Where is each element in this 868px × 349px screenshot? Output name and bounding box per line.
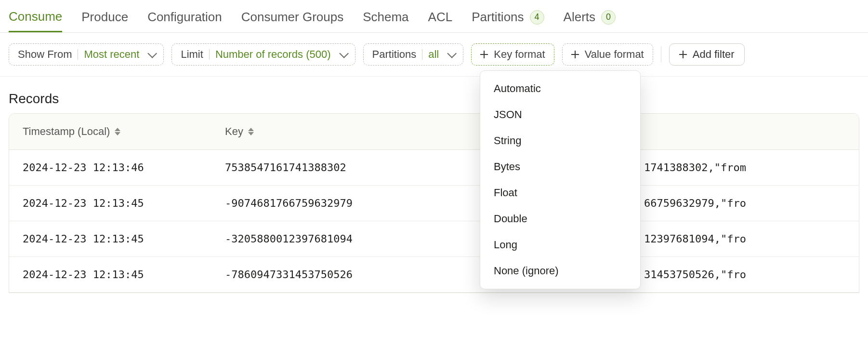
button-label: Add filter xyxy=(693,48,735,61)
col-timestamp[interactable]: Timestamp (Local) xyxy=(9,114,211,149)
table-header: Timestamp (Local) Key xyxy=(9,114,859,150)
filter-bar: Show From Most recent Limit Number of re… xyxy=(0,33,868,77)
filter-key-format[interactable]: Key format xyxy=(471,43,554,66)
menu-item-automatic[interactable]: Automatic xyxy=(480,76,640,102)
tab-partitions[interactable]: Partitions 4 xyxy=(472,0,544,32)
col-label: Timestamp (Local) xyxy=(23,125,110,138)
col-label: Key xyxy=(225,125,243,138)
tab-badge: 0 xyxy=(601,10,616,25)
chip-value: Number of records (500) xyxy=(215,48,331,61)
menu-item-none[interactable]: None (ignore) xyxy=(480,258,640,284)
chevron-down-icon xyxy=(339,49,349,58)
table-row[interactable]: 2024-12-23 12:13:45 -3205880012397681094… xyxy=(9,221,859,257)
tab-consume[interactable]: Consume xyxy=(9,0,62,32)
menu-item-json[interactable]: JSON xyxy=(480,102,640,128)
tab-label: Consume xyxy=(9,0,62,31)
chip-sep xyxy=(78,49,78,60)
tab-label: Consumer Groups xyxy=(241,0,343,32)
chip-label: Value format xyxy=(585,48,644,61)
table-row[interactable]: 2024-12-23 12:13:45 -7860947331453750526… xyxy=(9,257,859,293)
cell-timestamp: 2024-12-23 12:13:45 xyxy=(9,257,211,292)
tab-consumer-groups[interactable]: Consumer Groups xyxy=(241,0,343,32)
sort-icon xyxy=(115,128,120,135)
table-row[interactable]: 2024-12-23 12:13:46 7538547161741388302 … xyxy=(9,150,859,186)
chevron-down-icon xyxy=(447,49,457,58)
tab-label: Configuration xyxy=(147,0,222,32)
plus-icon xyxy=(571,51,579,58)
tab-badge: 4 xyxy=(530,10,544,25)
tab-configuration[interactable]: Configuration xyxy=(147,0,222,32)
menu-item-float[interactable]: Float xyxy=(480,180,640,206)
chip-sep xyxy=(209,49,210,60)
tab-label: Alerts xyxy=(564,10,595,25)
plus-icon xyxy=(679,51,687,58)
tab-label: Produce xyxy=(81,0,128,32)
plus-icon xyxy=(480,51,488,58)
cell-value: 66759632979,"fro xyxy=(631,186,859,221)
menu-item-bytes[interactable]: Bytes xyxy=(480,154,640,180)
chip-label: Show From xyxy=(18,48,72,61)
chip-value: Most recent xyxy=(84,48,139,61)
sort-icon xyxy=(248,128,254,135)
filter-show-from[interactable]: Show From Most recent xyxy=(9,43,164,66)
chip-label: Partitions xyxy=(372,48,417,61)
tab-alerts[interactable]: Alerts 0 xyxy=(564,0,616,32)
records-table: Timestamp (Local) Key 2024-12-23 12:13:4… xyxy=(9,113,859,293)
tab-acl[interactable]: ACL xyxy=(428,0,453,32)
filter-limit[interactable]: Limit Number of records (500) xyxy=(171,43,355,66)
filter-partitions[interactable]: Partitions all xyxy=(363,43,464,66)
add-filter-button[interactable]: Add filter xyxy=(669,43,745,66)
table-body: 2024-12-23 12:13:46 7538547161741388302 … xyxy=(9,150,859,293)
divider xyxy=(661,46,661,63)
menu-item-double[interactable]: Double xyxy=(480,206,640,232)
cell-timestamp: 2024-12-23 12:13:45 xyxy=(9,221,211,256)
section-title-records: Records xyxy=(0,77,868,113)
tab-label: ACL xyxy=(428,0,453,32)
cell-timestamp: 2024-12-23 12:13:45 xyxy=(9,186,211,221)
chip-sep xyxy=(422,49,422,60)
cell-value: 12397681094,"fro xyxy=(631,221,859,256)
tab-produce[interactable]: Produce xyxy=(81,0,128,32)
chip-label: Limit xyxy=(181,48,203,61)
cell-timestamp: 2024-12-23 12:13:46 xyxy=(9,150,211,185)
menu-item-string[interactable]: String xyxy=(480,128,640,154)
chip-value: all xyxy=(428,48,439,61)
tab-schema[interactable]: Schema xyxy=(363,0,408,32)
tab-label-group: Alerts 0 xyxy=(564,0,616,32)
chip-label: Key format xyxy=(494,48,545,61)
filter-value-format[interactable]: Value format xyxy=(562,43,653,66)
menu-item-long[interactable]: Long xyxy=(480,232,640,258)
chevron-down-icon xyxy=(148,49,158,58)
cell-value: 1741388302,"from xyxy=(631,150,859,185)
tab-label: Schema xyxy=(363,0,408,32)
col-value xyxy=(631,114,859,149)
tab-label-group: Partitions 4 xyxy=(472,0,544,32)
tab-label: Partitions xyxy=(472,10,524,25)
key-format-menu: Automatic JSON String Bytes Float Double… xyxy=(480,70,641,289)
tab-bar: Consume Produce Configuration Consumer G… xyxy=(0,0,868,33)
table-row[interactable]: 2024-12-23 12:13:45 -9074681766759632979… xyxy=(9,186,859,221)
cell-value: 31453750526,"fro xyxy=(631,257,859,292)
